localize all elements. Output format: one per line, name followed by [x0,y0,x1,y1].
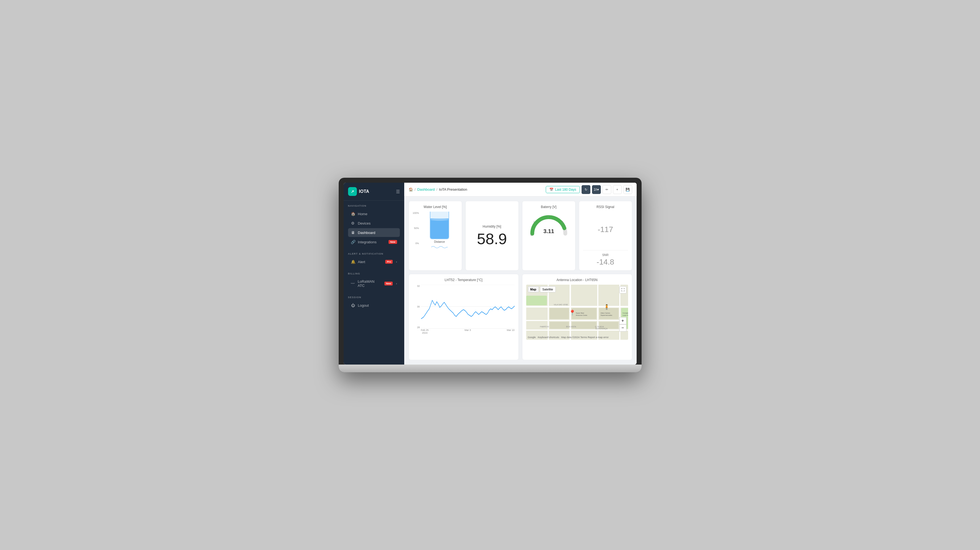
alert-chevron-icon: › [396,260,397,263]
interval-label: 1h▾ [594,188,599,191]
alert-icon: 🔔 [351,260,355,264]
sidebar-item-integrations[interactable]: 🔗 Integrations New [348,238,400,246]
google-logo: Google [528,336,536,339]
map-pin: 📍 [569,309,576,316]
sidebar-item-label-dashboard: Dashboard [358,231,375,235]
map-controls: Map Satellite [528,286,556,292]
breadcrumb-current: IoTA Presentation [439,187,467,191]
svg-text:Complexo de: Complexo de [623,312,628,314]
rssi-widget: RSSI Signal -117 SNR -14.8 [579,201,632,271]
battery-widget: Baterry [V] 0 1 2 3 [522,201,576,271]
rssi-bottom-section: SNR -14.8 [583,253,628,266]
humidity-title: Humidity [%] [483,225,501,228]
svg-text:VILA SAO JOSE: VILA SAO JOSE [554,304,568,306]
topbar-actions: 📅 Last 180 Days ↻ 1h▾ ✏ + 💾 [546,185,632,194]
logout-icon: ⏻ [351,303,355,308]
battery-gauge: 0 1 2 3 3.11 [527,212,571,236]
lorawan-icon: 〰 [351,281,355,286]
sidebar-item-logout[interactable]: ⏻ Logout [348,301,400,310]
nav-section-navigation: NAVIGATION 🏠 Home ⚙ Devices 🖥 Dashboard [344,201,404,249]
svg-text:Zebu Carnes: Zebu Carnes [601,312,610,314]
map-footer: Google Keyboard shortcuts Map data ©2024… [528,336,609,339]
svg-text:3: 3 [562,220,563,223]
map-btn-satellite[interactable]: Satellite [540,286,556,292]
sidebar-item-label-integrations: Integrations [358,240,377,244]
water-level-title: Water Level [%] [413,205,458,209]
refresh-button[interactable]: ↻ [582,185,590,194]
svg-rect-17 [550,308,569,319]
map-zoom-in-button[interactable]: + [619,317,627,324]
lorawan-chevron-icon: › [396,282,397,285]
x-label-mar3: Mar 3 [465,329,471,334]
integrations-icon: 🔗 [351,240,355,244]
map-zoom-out-button[interactable]: − [619,324,627,332]
svg-text:BOA VISTA: BOA VISTA [566,326,576,328]
app-logo: ↗ IOTA [348,187,369,196]
hamburger-menu[interactable]: ☰ [396,189,400,194]
time-range-button[interactable]: 📅 Last 180 Days [546,186,580,193]
humidity-widget: Humidity [%] 58.9 [465,201,519,271]
water-level-visual: 100% 50% 0% Distance [413,212,458,250]
humidity-value: 58.9 [477,231,507,247]
breadcrumb-home-icon: 🏠 [409,187,413,191]
rssi-value: -117 [598,225,613,234]
map-widget: Antenna Location - LHT65N [522,274,632,360]
water-level-widget: Water Level [%] 100% 50% 0% [409,201,462,271]
nav-section-session: SESSION ⏻ Logout [344,292,404,312]
chart-x-labels: Feb 25 2024 Mar 3 Mar 10 [421,329,515,334]
map-title: Antenna Location - LHT65N [526,278,628,282]
map-btn-map[interactable]: Map [528,286,539,292]
edit-button[interactable]: ✏ [603,185,611,194]
rssi-top-section: -117 [583,212,628,250]
map-fullscreen-button[interactable]: ⛶ [619,286,627,293]
sidebar-item-dashboard[interactable]: 🖥 Dashboard [348,228,400,237]
time-range-label: Last 180 Days [555,188,576,191]
map-container[interactable]: VILA SAO JOSE Super Maxi Amoroso Costa Z… [526,285,628,340]
calendar-icon: 📅 [549,188,554,191]
temperature-widget: LHT52 - Temperature [°C] 32 30 28 [409,274,519,360]
y-label-28: 28 [417,326,420,329]
breadcrumb: 🏠 / Dashboard / IoTA Presentation [409,187,467,191]
svg-text:ESPERANÇA: ESPERANÇA [596,328,608,330]
svg-text:Super Maxi: Super Maxi [576,312,584,314]
sidebar-item-label-logout: Logout [358,303,369,308]
svg-rect-21 [572,322,597,329]
svg-text:FABRÍCIO: FABRÍCIO [540,325,549,328]
nav-section-label-billing: BILLING [348,272,400,275]
home-icon: 🏠 [351,212,355,216]
interval-button[interactable]: 1h▾ [592,185,601,194]
breadcrumb-dashboard[interactable]: Dashboard [417,187,435,191]
laptop-base [339,365,641,372]
water-scale: 100% 50% 0% [413,212,419,245]
x-label-feb25: Feb 25 [421,329,429,332]
sidebar-item-alert[interactable]: 🔔 Alert Pro › [348,257,400,266]
sidebar-item-label-alert: Alert [358,260,365,264]
sidebar-item-lorawan[interactable]: 〰 LoRaWAN ATC New › [348,277,400,290]
water-surface [430,218,449,221]
x-label-mar10: Mar 10 [507,329,514,334]
sidebar-item-label-devices: Devices [358,221,371,225]
water-tank [430,212,449,239]
map-keyboard-shortcuts: Keyboard shortcuts [538,336,559,339]
water-scale-0: 0% [413,242,419,245]
app-name: IOTA [359,189,369,194]
sidebar-item-label-home: Home [358,212,368,216]
map-background: VILA SAO JOSE Super Maxi Amoroso Costa Z… [526,285,628,340]
sidebar-item-devices[interactable]: ⚙ Devices [348,219,400,228]
map-data-copyright: Map data ©2024 Terms Report a map error [561,336,609,339]
dashboard-icon: 🖥 [351,230,355,235]
map-person: 🧍 [604,304,609,310]
rssi-title: RSSI Signal [583,205,628,209]
water-scale-50: 50% [413,227,419,230]
save-button[interactable]: 💾 [624,185,632,194]
y-label-32: 32 [417,285,420,287]
sidebar-item-home[interactable]: 🏠 Home [348,209,400,218]
sidebar-header: ↗ IOTA ☰ [344,183,404,201]
dashboard-grid: Water Level [%] 100% 50% 0% [404,196,636,365]
add-button[interactable]: + [613,185,622,194]
topbar: 🏠 / Dashboard / IoTA Presentation 📅 Last… [404,183,636,196]
integrations-badge: New [388,240,397,244]
svg-text:0: 0 [531,234,532,236]
wave-svg [431,244,448,250]
snr-value: -14.8 [597,258,614,266]
